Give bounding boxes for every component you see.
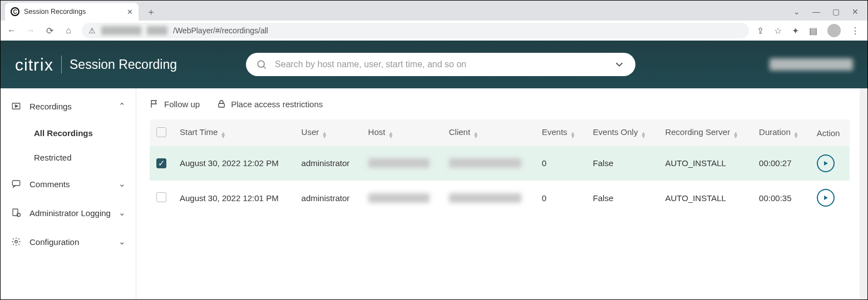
nav-reload-icon[interactable]: ⟳ <box>44 26 55 36</box>
app-header: citri̇x Session Recording user <box>1 41 867 88</box>
sidebar: Recordings ⌃ All Recordings Restricted C… <box>1 88 136 299</box>
row-checkbox[interactable]: ✓ <box>156 158 166 168</box>
svg-marker-9 <box>824 161 828 166</box>
minimize-icon[interactable]: ― <box>812 7 820 16</box>
row-checkbox[interactable] <box>156 192 166 202</box>
sidebar-sub-label: Restricted <box>34 153 72 162</box>
sort-icon: ▲▼ <box>570 132 576 138</box>
new-tab-button[interactable]: ＋ <box>143 4 159 19</box>
sidebar-item-label: Comments <box>29 179 70 189</box>
svg-line-1 <box>264 67 266 69</box>
svg-point-7 <box>15 241 18 243</box>
col-events[interactable]: Events▲▼ <box>535 119 586 146</box>
nav-forward-icon[interactable]: → <box>25 26 36 36</box>
gear-icon <box>11 236 22 247</box>
recordings-table: Start Time▲▼ User▲▼ Host▲▼ Client▲▼ Even… <box>150 119 850 216</box>
sidebar-sub-all-recordings[interactable]: All Recordings <box>1 121 136 145</box>
sort-icon: ▲▼ <box>793 132 799 138</box>
sidebar-item-comments[interactable]: Comments ⌄ <box>1 169 136 198</box>
bookmark-star-icon[interactable]: ☆ <box>774 26 782 36</box>
app-title: Session Recording <box>70 57 177 72</box>
extensions-icon[interactable]: ✦ <box>792 26 799 36</box>
col-start-time[interactable]: Start Time▲▼ <box>173 119 295 146</box>
sidebar-sub-restricted[interactable]: Restricted <box>1 145 136 169</box>
sidebar-item-admin-logging[interactable]: Administrator Logging ⌄ <box>1 198 136 227</box>
maximize-icon[interactable]: ▢ <box>832 7 840 16</box>
flag-icon <box>150 99 160 109</box>
share-icon[interactable]: ⇪ <box>757 26 764 36</box>
brand: citri̇x Session Recording <box>15 55 177 74</box>
sidebar-item-recordings[interactable]: Recordings ⌃ <box>1 92 136 121</box>
cell-host: host <box>362 181 442 215</box>
cell-client: client <box>442 181 535 215</box>
profile-avatar-icon[interactable] <box>827 24 841 37</box>
sidebar-item-configuration[interactable]: Configuration ⌄ <box>1 227 136 256</box>
user-area-blurred[interactable]: user <box>770 58 853 71</box>
play-button[interactable] <box>817 189 835 207</box>
window-controls: ⌄ ― ▢ ✕ <box>793 3 867 21</box>
tab-close-icon[interactable]: ✕ <box>127 8 133 16</box>
table-row[interactable]: ✓ August 30, 2022 12:02 PM administrator… <box>150 146 850 181</box>
search-bar[interactable] <box>246 53 635 76</box>
col-duration[interactable]: Duration▲▼ <box>752 119 810 146</box>
sort-icon: ▲▼ <box>473 132 479 138</box>
cell-start-time: August 30, 2022 12:01 PM <box>173 181 295 215</box>
vertical-scrollbar[interactable] <box>860 88 867 299</box>
chevron-up-icon: ⌃ <box>119 101 126 111</box>
cell-start-time: August 30, 2022 12:02 PM <box>173 146 295 181</box>
svg-rect-8 <box>219 103 225 107</box>
site-warning-icon[interactable]: ⚠ <box>88 26 96 35</box>
svg-point-0 <box>258 61 264 67</box>
browser-tab[interactable]: C Session Recordings ✕ <box>5 3 139 21</box>
chevron-down-icon[interactable]: ⌄ <box>793 7 800 16</box>
admin-logging-icon <box>11 207 22 218</box>
col-recording-server[interactable]: Recording Server▲▼ <box>658 119 752 146</box>
cell-user: administrator <box>295 146 362 181</box>
sort-icon: ▲▼ <box>322 132 327 138</box>
search-expand-icon[interactable] <box>613 58 625 71</box>
url-path: /WebPlayer/#/recordings/all <box>173 26 268 35</box>
url-path-blurred: xxxxx <box>147 26 167 35</box>
sidebar-sub-label: All Recordings <box>34 128 93 138</box>
sort-icon: ▲▼ <box>388 132 393 138</box>
follow-up-button[interactable]: Follow up <box>150 99 200 109</box>
favicon-icon: C <box>11 7 19 16</box>
restrict-label: Place access restrictions <box>231 99 323 109</box>
chevron-down-icon: ⌄ <box>119 179 126 189</box>
cell-user: administrator <box>295 181 362 215</box>
col-events-only[interactable]: Events Only▲▼ <box>586 119 659 146</box>
kebab-menu-icon[interactable]: ⋮ <box>851 26 860 36</box>
close-window-icon[interactable]: ✕ <box>852 7 859 16</box>
table-body: ✓ August 30, 2022 12:02 PM administrator… <box>150 146 850 215</box>
address-bar[interactable]: ⚠ xxxxxxxxxx xxxxx /WebPlayer/#/recordin… <box>82 23 749 38</box>
cell-recording-server: AUTO_INSTALL <box>658 181 752 215</box>
select-all-checkbox[interactable] <box>156 127 166 137</box>
cell-duration: 00:00:27 <box>752 146 810 181</box>
svg-marker-3 <box>16 105 18 108</box>
url-host-blurred: xxxxxxxxxx <box>101 26 141 35</box>
nav-back-icon[interactable]: ← <box>6 26 17 36</box>
cell-host: host <box>362 146 442 181</box>
col-host[interactable]: Host▲▼ <box>362 119 442 146</box>
main-layout: Recordings ⌃ All Recordings Restricted C… <box>1 88 867 299</box>
cell-events: 0 <box>535 146 586 181</box>
cell-events-only: False <box>586 146 659 181</box>
play-button[interactable] <box>817 154 835 172</box>
sort-icon: ▲▼ <box>640 132 646 138</box>
follow-up-label: Follow up <box>164 99 200 109</box>
cell-duration: 00:00:35 <box>752 181 810 215</box>
brand-divider <box>61 56 62 73</box>
cell-events-only: False <box>586 181 659 215</box>
col-client[interactable]: Client▲▼ <box>442 119 535 146</box>
col-user[interactable]: User▲▼ <box>295 119 362 146</box>
col-action: Action <box>810 119 850 146</box>
browser-right-icons: ⇪ ☆ ✦ ▤ ⋮ <box>757 24 862 37</box>
chevron-down-icon: ⌄ <box>119 237 126 247</box>
table-row[interactable]: August 30, 2022 12:01 PM administrator h… <box>150 181 850 215</box>
restrict-button[interactable]: Place access restrictions <box>216 99 323 109</box>
search-input[interactable] <box>274 59 606 70</box>
browser-chrome: C Session Recordings ✕ ＋ ⌄ ― ▢ ✕ ← → ⟳ ⌂… <box>1 1 867 41</box>
reading-list-icon[interactable]: ▤ <box>809 26 817 36</box>
cell-client: client <box>442 146 535 181</box>
nav-home-icon[interactable]: ⌂ <box>63 26 74 36</box>
